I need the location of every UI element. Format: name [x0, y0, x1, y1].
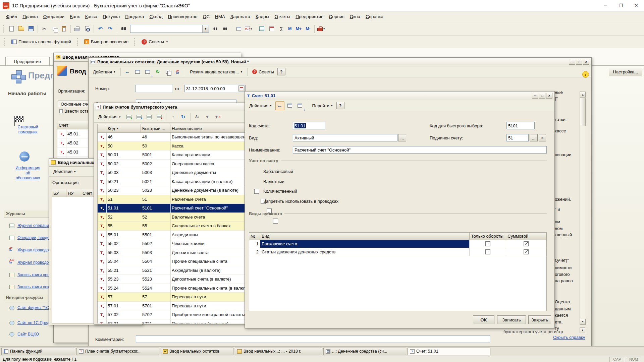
help-scrollbar[interactable]: ▲ ▼	[580, 92, 586, 325]
site-v8-link[interactable]: Сайт по 1С:Предприятию	[17, 320, 52, 325]
account-row[interactable]: 50.23 5023 Денежные документы (в валюте)	[98, 186, 247, 195]
menu-item[interactable]: Продажа	[122, 13, 147, 20]
account-row[interactable]: 55.01 5501 Аккредитивы	[98, 231, 247, 240]
forbid-checkbox[interactable]	[273, 219, 278, 224]
save-button[interactable]: Записать	[497, 315, 526, 324]
parent-select-button[interactable]: ...	[530, 134, 538, 141]
cut-icon[interactable]: ✂	[40, 24, 49, 33]
app-minimize-button[interactable]: ─	[598, 0, 613, 11]
ok-button[interactable]: OK	[473, 315, 494, 324]
comment-input[interactable]	[136, 336, 490, 343]
account-row[interactable]: 55.23 5523 Депозитные счета (в валюте)	[98, 275, 247, 284]
maximize-button[interactable]: □	[576, 59, 582, 65]
subconto-row[interactable]: 2 Статьи движения денежных средств	[249, 248, 546, 256]
table-icon[interactable]	[257, 24, 266, 33]
close-button[interactable]: ×	[546, 93, 552, 99]
account-row[interactable]: 57.02 5702 Приобретение иностранной валю…	[98, 310, 247, 319]
kind-select-button[interactable]: ...	[398, 134, 406, 141]
quick-start-button[interactable]: ▸ Быстрое освоение	[82, 38, 131, 45]
account-row[interactable]: 57.01 5701 Переводы в пути	[98, 302, 247, 311]
toolbar-grip[interactable]	[4, 38, 6, 46]
combobox-dropdown-icon[interactable]: ▼	[202, 25, 209, 33]
toolbar-grip[interactable]	[3, 25, 5, 33]
print-icon[interactable]	[73, 24, 82, 33]
help-1c-icon[interactable]: 1С?▾	[244, 24, 253, 33]
scroll-thumb[interactable]	[580, 98, 586, 126]
print-preview-icon[interactable]	[83, 24, 92, 33]
app-restore-button[interactable]: ❐	[613, 0, 629, 11]
account-row[interactable]: 46 46 Выполненные этапы по незавершенным…	[98, 133, 247, 142]
offbalance-checkbox[interactable]	[254, 189, 259, 194]
account-row[interactable]: 51.01 5101 Расчетный счет "Основной"	[98, 204, 247, 213]
menu-item[interactable]: Кадры	[253, 13, 272, 20]
tips-button[interactable]: ?Советы	[250, 68, 276, 75]
menu-item[interactable]: Зарплата	[228, 13, 253, 20]
scroll-down-icon[interactable]: ▼	[580, 319, 586, 324]
back-icon[interactable]: ←	[123, 67, 132, 76]
date-picker-button[interactable]	[238, 85, 245, 92]
maximize-button[interactable]: □	[539, 93, 545, 99]
memory-plus-button[interactable]: М+	[294, 26, 303, 31]
toolbar-grip[interactable]	[77, 38, 78, 46]
menu-item[interactable]: Банк	[67, 13, 83, 20]
delete-row-icon[interactable]: ×	[155, 112, 164, 121]
back-icon[interactable]: ←	[275, 101, 284, 110]
actions-button[interactable]: Действия	[96, 113, 123, 121]
refresh-icon[interactable]: ↻	[153, 67, 162, 76]
menu-item[interactable]: Производство	[165, 13, 200, 20]
journal-entries-bu-link[interactable]: Журнал проводок (бухгалтерский учет)	[17, 248, 52, 253]
find-prev-icon[interactable]	[221, 24, 230, 33]
column-kind[interactable]: Вид	[260, 233, 470, 240]
filter-clear-icon[interactable]: ▼×	[213, 112, 222, 121]
hide-help-link[interactable]: Скрыть справку	[553, 335, 585, 340]
actions-button[interactable]: Действия	[90, 68, 118, 76]
show-function-panel-button[interactable]: Показать панель функций	[9, 38, 73, 45]
window-list-icon[interactable]	[285, 101, 294, 110]
account-row[interactable]: 50.01 5001 Касса организации	[98, 150, 247, 160]
parent-clear-button[interactable]: ×	[539, 134, 546, 141]
paste-icon[interactable]	[59, 24, 68, 33]
column-icon[interactable]	[97, 124, 106, 133]
account-row[interactable]: 50.21 5021 Касса организации (в валюте)	[98, 177, 247, 186]
refresh-icon[interactable]: ↻	[179, 112, 188, 121]
purchase-book-link[interactable]: Запись книги покупок	[17, 285, 52, 290]
dtkt-icon[interactable]: ДтКт	[173, 67, 182, 76]
tab-enterprise[interactable]: Предприятие	[5, 57, 50, 66]
journal-operations-link[interactable]: Журнал операций	[17, 223, 52, 228]
start-assistant-link[interactable]: Стартовый помощник	[14, 125, 41, 135]
task-function-panel[interactable]: Панель функций	[1, 348, 75, 355]
quick-code-input[interactable]	[506, 122, 535, 129]
account-row[interactable]: 50.02 5002 Операционная касса	[98, 160, 247, 169]
menu-item[interactable]: Справка	[363, 13, 386, 20]
memory-minus-button[interactable]: М-	[304, 26, 312, 31]
column-turnover[interactable]: Только обороты	[470, 233, 506, 240]
help-button[interactable]: ?	[277, 68, 285, 75]
column-nu[interactable]: НУ	[66, 189, 81, 197]
account-row[interactable]: 55.24 5524 Прочие специальные счета (в в…	[98, 284, 247, 293]
calendar-icon[interactable]	[267, 24, 276, 33]
account-row[interactable]: 55 55 Специальные счета в банках	[98, 222, 247, 231]
redo-icon[interactable]: ↷	[106, 24, 115, 33]
column-number[interactable]: №	[249, 233, 260, 240]
toolbar-grip[interactable]	[134, 38, 136, 46]
info-icon[interactable]: i	[582, 71, 589, 78]
add-row-icon[interactable]: +	[124, 112, 133, 121]
menu-item[interactable]: ОС	[200, 13, 212, 20]
help-button[interactable]: ?	[336, 102, 344, 109]
minimize-button[interactable]: ─	[532, 93, 538, 99]
account-row[interactable]: 57 57 Переводы в пути	[98, 293, 247, 302]
account-row[interactable]: 55.03 5503 Депозитные счета	[98, 248, 247, 257]
window-list-icon[interactable]	[133, 67, 142, 76]
sum-checkbox[interactable]	[524, 241, 529, 246]
memory-button[interactable]: М	[286, 26, 293, 31]
site-vcko-link[interactable]: Сайт ВЦКО	[17, 332, 52, 337]
parent-input[interactable]	[506, 134, 529, 141]
undo-icon[interactable]: ↶	[96, 24, 105, 33]
account-row[interactable]: 55.02 5502 Чековые книжки	[98, 239, 247, 248]
account-row[interactable]: 50 50 Касса	[98, 142, 247, 151]
menu-item[interactable]: НМА	[212, 13, 228, 20]
new-document-icon[interactable]	[7, 24, 16, 33]
menu-item[interactable]: Операции	[41, 13, 67, 20]
manual-operations-link[interactable]: Операции, введенные вручную	[17, 235, 52, 240]
column-sum[interactable]: Суммовой	[506, 233, 546, 240]
